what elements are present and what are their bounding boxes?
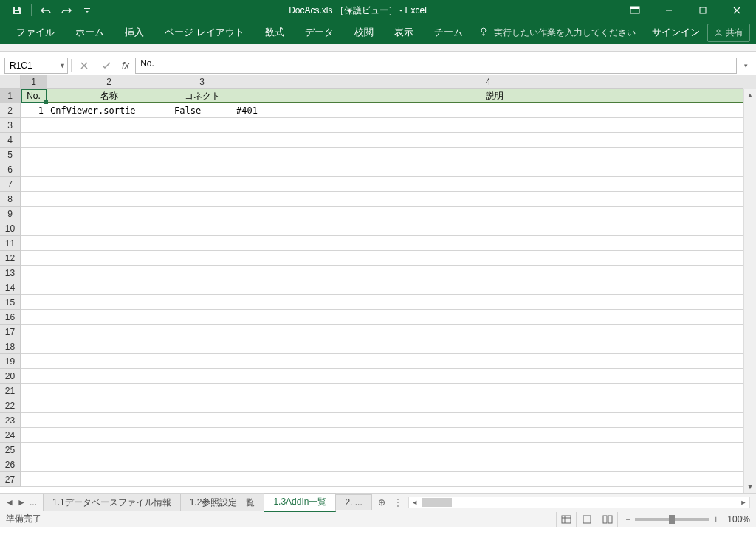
row-header[interactable]: 27 bbox=[0, 472, 21, 487]
row-header[interactable]: 5 bbox=[0, 148, 21, 162]
cell[interactable] bbox=[21, 192, 47, 207]
signin-link[interactable]: サインイン bbox=[652, 26, 700, 39]
normal-view-button[interactable] bbox=[556, 512, 577, 527]
cell[interactable] bbox=[233, 369, 756, 384]
page-layout-view-button[interactable] bbox=[577, 512, 597, 527]
cell[interactable] bbox=[47, 266, 171, 280]
row-header[interactable]: 15 bbox=[0, 295, 21, 310]
tab-formulas[interactable]: 数式 bbox=[255, 21, 295, 44]
zoom-in-button[interactable]: + bbox=[713, 514, 718, 525]
sheet-nav-ellipsis[interactable]: ... bbox=[28, 497, 38, 508]
cell[interactable] bbox=[171, 443, 233, 457]
row-header[interactable]: 21 bbox=[0, 384, 21, 398]
cell[interactable] bbox=[47, 457, 171, 472]
cell[interactable] bbox=[21, 118, 47, 133]
row-header[interactable]: 1 bbox=[0, 89, 21, 103]
cell[interactable] bbox=[233, 162, 756, 177]
row-header[interactable]: 9 bbox=[0, 207, 21, 221]
col-header-3[interactable]: 3 bbox=[171, 75, 233, 89]
cell[interactable] bbox=[171, 428, 233, 443]
save-button[interactable] bbox=[7, 1, 27, 19]
formula-expand-button[interactable]: ▾ bbox=[740, 62, 752, 69]
fx-icon[interactable]: fx bbox=[119, 60, 132, 71]
vertical-scrollbar[interactable]: ▲ ▼ bbox=[743, 89, 756, 493]
row-header[interactable]: 7 bbox=[0, 177, 21, 192]
zoom-slider[interactable] bbox=[635, 518, 709, 521]
sheet-tab-active[interactable]: 1.3AddIn一覧 bbox=[264, 493, 336, 512]
cell[interactable] bbox=[233, 457, 756, 472]
zoom-level[interactable]: 100% bbox=[727, 514, 750, 525]
cell[interactable] bbox=[171, 148, 233, 162]
cell[interactable] bbox=[47, 428, 171, 443]
cell[interactable] bbox=[233, 236, 756, 251]
sheet-tab[interactable]: 2. ... bbox=[335, 494, 371, 510]
cell[interactable] bbox=[233, 118, 756, 133]
maximize-button[interactable] bbox=[687, 0, 719, 21]
cell[interactable] bbox=[233, 413, 756, 428]
cell[interactable] bbox=[47, 354, 171, 369]
cell[interactable] bbox=[233, 207, 756, 221]
ribbon-display-options-button[interactable] bbox=[619, 0, 651, 21]
cell[interactable] bbox=[233, 310, 756, 325]
select-all-corner[interactable] bbox=[0, 75, 21, 89]
cell[interactable] bbox=[47, 251, 171, 266]
col-header-4[interactable]: 4 bbox=[233, 75, 743, 89]
cell[interactable] bbox=[21, 443, 47, 457]
cell[interactable] bbox=[233, 443, 756, 457]
cell[interactable] bbox=[47, 177, 171, 192]
cell[interactable] bbox=[171, 192, 233, 207]
cell[interactable] bbox=[233, 428, 756, 443]
cell[interactable] bbox=[233, 221, 756, 236]
cell[interactable] bbox=[171, 162, 233, 177]
cell[interactable] bbox=[47, 443, 171, 457]
row-header[interactable]: 24 bbox=[0, 428, 21, 443]
row-header[interactable]: 12 bbox=[0, 251, 21, 266]
row-header[interactable]: 19 bbox=[0, 354, 21, 369]
tab-review[interactable]: 校閲 bbox=[344, 21, 384, 44]
row-header[interactable]: 17 bbox=[0, 325, 21, 339]
cell[interactable] bbox=[171, 369, 233, 384]
sheet-nav-first[interactable]: ◄ bbox=[4, 497, 15, 508]
row-header[interactable]: 8 bbox=[0, 192, 21, 207]
minimize-button[interactable] bbox=[653, 0, 685, 21]
cell[interactable] bbox=[171, 310, 233, 325]
cell[interactable] bbox=[171, 207, 233, 221]
cell[interactable] bbox=[47, 162, 171, 177]
row-header[interactable]: 4 bbox=[0, 133, 21, 148]
tell-me-search[interactable]: 実行したい作業を入力してください bbox=[479, 27, 636, 39]
cell[interactable] bbox=[21, 162, 47, 177]
cell[interactable]: #401 bbox=[233, 103, 756, 118]
cell[interactable] bbox=[21, 472, 47, 487]
qat-customize-button[interactable] bbox=[78, 1, 97, 19]
cell[interactable] bbox=[171, 354, 233, 369]
cell[interactable] bbox=[47, 148, 171, 162]
cell[interactable] bbox=[47, 221, 171, 236]
sheet-nav-prev[interactable]: ► bbox=[16, 497, 27, 508]
tab-file[interactable]: ファイル bbox=[6, 21, 65, 44]
cell[interactable] bbox=[47, 325, 171, 339]
cell[interactable] bbox=[171, 177, 233, 192]
cell[interactable] bbox=[47, 310, 171, 325]
cell[interactable] bbox=[171, 472, 233, 487]
undo-button[interactable] bbox=[36, 1, 55, 19]
cell[interactable] bbox=[233, 472, 756, 487]
cell[interactable] bbox=[21, 266, 47, 280]
cell[interactable] bbox=[233, 325, 756, 339]
header-cell-connect[interactable]: コネクト bbox=[171, 89, 233, 103]
tab-home[interactable]: ホーム bbox=[65, 21, 114, 44]
cell[interactable] bbox=[233, 177, 756, 192]
cell[interactable] bbox=[233, 354, 756, 369]
cell[interactable] bbox=[21, 325, 47, 339]
tab-view[interactable]: 表示 bbox=[384, 21, 424, 44]
cell[interactable] bbox=[171, 457, 233, 472]
row-header[interactable]: 6 bbox=[0, 162, 21, 177]
cell[interactable] bbox=[233, 192, 756, 207]
sheet-tab[interactable]: 1.2参照設定一覧 bbox=[180, 494, 265, 511]
cell[interactable] bbox=[171, 133, 233, 148]
cell[interactable] bbox=[47, 118, 171, 133]
horizontal-scrollbar[interactable]: ◄ ► bbox=[408, 497, 750, 508]
cell[interactable] bbox=[47, 236, 171, 251]
cell[interactable] bbox=[171, 118, 233, 133]
row-header[interactable]: 13 bbox=[0, 266, 21, 280]
cell[interactable] bbox=[21, 369, 47, 384]
